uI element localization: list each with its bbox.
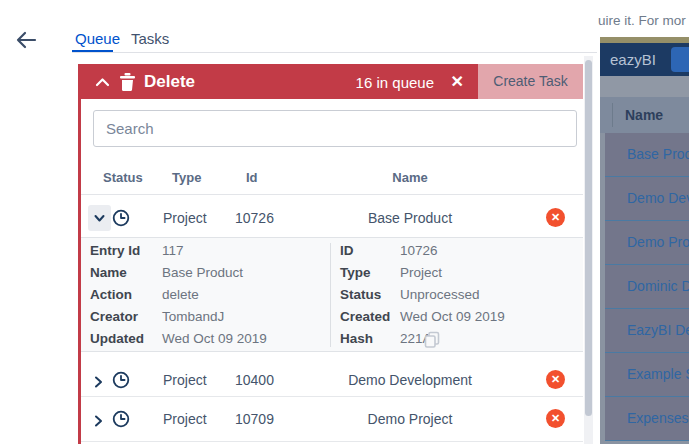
- detail-value: Base Product: [162, 265, 243, 280]
- table-row: Expenses: [605, 397, 689, 441]
- detail-label: Status: [340, 287, 400, 302]
- top-bar-button[interactable]: [671, 47, 689, 72]
- tab-queue[interactable]: Queue: [75, 30, 120, 47]
- screen: uire it. For mor eazyBI Name Base Produc…: [0, 0, 689, 444]
- queue-panel-header: Delete 16 in queue ✕: [78, 64, 478, 99]
- active-tab-underline: [72, 50, 113, 52]
- expand-row-button[interactable]: [93, 374, 105, 386]
- row-name: Demo Development: [305, 372, 515, 388]
- dimmed-toolbar-strip: [600, 76, 689, 97]
- eazybi-logo: eazyBI: [610, 43, 656, 76]
- detail-value: 117: [162, 243, 184, 258]
- row-name: Base Product: [305, 210, 515, 226]
- project-link[interactable]: Expenses: [627, 397, 688, 440]
- project-link[interactable]: Demo Proje: [627, 221, 689, 264]
- detail-value: TombandJ: [162, 309, 224, 324]
- detail-label: Hash: [340, 331, 400, 346]
- column-header-status: Status: [103, 170, 143, 185]
- background-table-header: Name: [600, 97, 689, 133]
- expand-row-button[interactable]: [93, 413, 105, 425]
- row-id: 10400: [235, 372, 274, 388]
- table-row: Example Se: [605, 353, 689, 397]
- copy-hash-icon[interactable]: [424, 331, 440, 348]
- detail-label: Created: [340, 309, 400, 324]
- row-separator: [81, 396, 583, 397]
- row-name: Demo Project: [305, 411, 515, 427]
- column-header-id: Id: [246, 170, 258, 185]
- queue-count: 16 in queue: [356, 74, 434, 91]
- detail-label: Entry Id: [90, 243, 162, 258]
- detail-label: Type: [340, 265, 400, 280]
- table-row: Demo Proje: [605, 221, 689, 265]
- column-header-name: Name: [350, 170, 470, 185]
- pending-clock-icon: [112, 371, 130, 393]
- scrollbar-thumb[interactable]: [585, 60, 592, 416]
- project-link[interactable]: Dominic De: [627, 265, 689, 308]
- row-separator: [81, 441, 583, 442]
- license-notice-text: uire it. For mor: [598, 13, 686, 28]
- collapse-row-button[interactable]: [88, 205, 111, 231]
- create-task-button[interactable]: Create Task: [478, 64, 583, 99]
- panel-title: Delete: [144, 72, 195, 92]
- back-arrow-icon[interactable]: [14, 30, 40, 52]
- close-icon[interactable]: ✕: [451, 72, 464, 91]
- detail-value: delete: [162, 287, 199, 302]
- table-row: Base Produc: [605, 133, 689, 177]
- table-row: EazyBI Dem: [605, 309, 689, 353]
- remove-from-queue-button[interactable]: ✕: [546, 208, 565, 227]
- detail-label: Creator: [90, 309, 162, 324]
- project-link[interactable]: EazyBI Dem: [627, 309, 689, 352]
- project-link[interactable]: Base Produc: [627, 133, 689, 176]
- detail-label: Name: [90, 265, 162, 280]
- table-row: Dominic De: [605, 265, 689, 309]
- detail-value: Project: [400, 265, 442, 280]
- row-type: Project: [163, 411, 207, 427]
- trash-icon: [119, 72, 136, 91]
- search-input[interactable]: [93, 110, 577, 147]
- pending-clock-icon: [112, 410, 130, 432]
- background-table: Base Produc Demo Devel Demo Proje Domini…: [600, 133, 689, 444]
- detail-value: Wed Oct 09 2019: [162, 331, 267, 346]
- detail-value: Wed Oct 09 2019: [400, 309, 505, 324]
- tab-bar-divider: [72, 52, 597, 53]
- detail-column-divider: [330, 243, 331, 347]
- detail-value: 10726: [400, 243, 438, 258]
- column-header-type: Type: [172, 170, 201, 185]
- row-type: Project: [163, 210, 207, 226]
- app-top-bar: eazyBI: [600, 43, 689, 76]
- pending-clock-icon: [112, 209, 130, 231]
- collapse-chevron-icon[interactable]: [95, 75, 110, 88]
- table-row: Demo Devel: [605, 177, 689, 221]
- row-id: 10709: [235, 411, 274, 427]
- detail-label: Action: [90, 287, 162, 302]
- project-link[interactable]: Demo Devel: [627, 177, 689, 220]
- detail-label: ID: [340, 243, 400, 258]
- row-id: 10726: [235, 210, 274, 226]
- tab-tasks[interactable]: Tasks: [131, 30, 169, 47]
- detail-value: Unprocessed: [400, 287, 480, 302]
- column-divider: [612, 103, 613, 127]
- detail-label: Updated: [90, 331, 162, 346]
- remove-from-queue-button[interactable]: ✕: [546, 370, 565, 389]
- name-column-header: Name: [625, 97, 663, 133]
- row-type: Project: [163, 372, 207, 388]
- remove-from-queue-button[interactable]: ✕: [546, 409, 565, 428]
- header-separator: [81, 194, 583, 195]
- project-link[interactable]: Example Se: [627, 353, 689, 396]
